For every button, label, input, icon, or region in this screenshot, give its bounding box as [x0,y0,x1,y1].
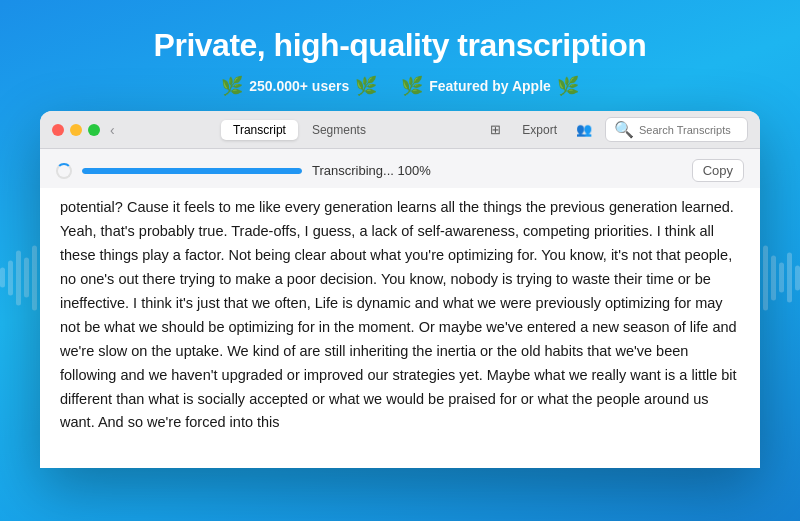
minimize-button[interactable] [70,124,82,136]
apple-badge: 🌿 Featured by Apple 🌿 [401,75,579,97]
header: Private, high-quality transcription 🌿 25… [0,0,800,111]
users-badge: 🌿 250.000+ users 🌿 [221,75,377,97]
copy-button[interactable]: Copy [692,159,744,182]
laurel-left-2: 🌿 [401,75,423,97]
close-button[interactable] [52,124,64,136]
grid-icon[interactable]: ⊞ [484,119,506,141]
laurel-right-1: 🌿 [355,75,377,97]
laurel-left-1: 🌿 [221,75,243,97]
search-icon: 🔍 [614,120,634,139]
app-window: ‹ Transcript Segments ⊞ Export 👥 🔍 Trans… [40,111,760,468]
transcript-text: potential? Cause it feels to me like eve… [60,196,740,435]
users-icon[interactable]: 👥 [573,119,595,141]
badges-row: 🌿 250.000+ users 🌿 🌿 Featured by Apple 🌿 [0,75,800,97]
tab-segments[interactable]: Segments [300,120,378,140]
title-bar: ‹ Transcript Segments ⊞ Export 👥 🔍 [40,111,760,149]
progress-fill [82,168,302,174]
progress-spinner [56,163,72,179]
apple-badge-text: Featured by Apple [429,78,551,94]
progress-track [82,168,302,174]
tab-area: Transcript Segments [115,120,485,140]
main-title: Private, high-quality transcription [0,28,800,63]
traffic-lights [52,124,100,136]
search-bar[interactable]: 🔍 [605,117,748,142]
maximize-button[interactable] [88,124,100,136]
progress-label: Transcribing... 100% [312,163,431,178]
toolbar-right: ⊞ Export 👥 🔍 [484,117,748,142]
transcript-body: potential? Cause it feels to me like eve… [40,188,760,468]
laurel-right-2: 🌿 [557,75,579,97]
users-badge-text: 250.000+ users [249,78,349,94]
progress-area: Transcribing... 100% Copy [40,149,760,188]
search-input[interactable] [639,124,739,136]
progress-container: Transcribing... 100% [56,163,692,179]
export-button[interactable]: Export [516,121,563,139]
tab-transcript[interactable]: Transcript [221,120,298,140]
